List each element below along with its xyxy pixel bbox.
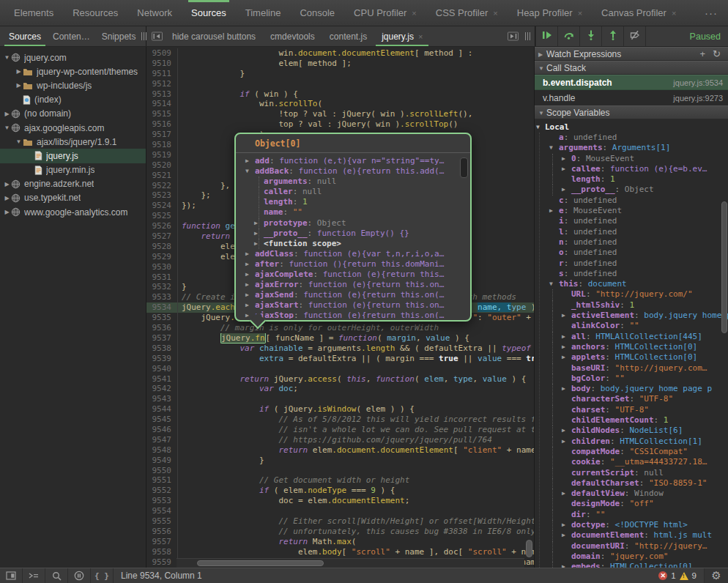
main-tab-elements[interactable]: Elements <box>4 0 63 26</box>
expanded-triangle-icon[interactable]: ▼ <box>549 279 553 289</box>
hide-navigator-icon[interactable] <box>152 26 163 46</box>
tree-item-jquery-wp-content-themes[interactable]: ▶jquery-wp-content/themes <box>0 64 146 78</box>
scope-variable-childnodes[interactable]: ▶childNodes: NodeList[6] <box>535 426 728 436</box>
scope-variable-o[interactable]: o: undefined <box>535 248 728 258</box>
collapsed-triangle-icon[interactable]: ▶ <box>562 311 565 321</box>
scope-variable-domain[interactable]: domain: "jquery.com" <box>535 552 728 562</box>
line-number[interactable]: 9543 <box>146 394 178 404</box>
popover-property-prototype[interactable]: ▶prototype: Object <box>236 218 460 229</box>
call-stack-frame-v-handle[interactable]: v.handlejquery.js:9273 <box>535 90 728 105</box>
editor-tab-cmdevtools[interactable]: cmdevtools <box>263 26 322 46</box>
collapsed-triangle-icon[interactable]: ▶ <box>562 154 565 164</box>
line-number[interactable]: 9540 <box>146 364 178 374</box>
scope-variable-embeds[interactable]: ▶embeds: HTMLCollection[0] <box>535 562 728 568</box>
line-number[interactable]: 9537 <box>146 333 178 344</box>
line-number[interactable]: 9528 <box>146 242 178 252</box>
scope-variable-bgcolor[interactable]: bgColor: "" <box>535 374 728 384</box>
editor-tab-content-js[interactable]: content.js <box>322 26 374 46</box>
pause-exceptions-icon[interactable] <box>68 568 91 583</box>
toolbar-overflow-icon[interactable]: ··· <box>694 0 728 26</box>
line-number[interactable]: 9516 <box>146 119 178 130</box>
vertical-scrollbar-thumb[interactable] <box>526 540 532 557</box>
line-number[interactable]: 9548 <box>146 445 178 456</box>
step-over-button[interactable] <box>558 26 580 46</box>
line-number[interactable]: 9535 <box>146 313 178 323</box>
scope-variable-r[interactable]: r: undefined <box>535 259 728 269</box>
line-number[interactable]: 9522 <box>146 181 178 191</box>
scope-variable-applets[interactable]: ▶applets: HTMLCollection[0] <box>535 352 728 363</box>
line-number[interactable]: 9515 <box>146 109 178 119</box>
expanded-triangle-icon[interactable]: ▼ <box>549 143 553 153</box>
line-number[interactable]: 9539 <box>146 354 178 364</box>
scope-variable-n[interactable]: n: undefined <box>535 237 728 248</box>
refresh-watch-icon[interactable]: ↻ <box>713 48 721 59</box>
collapsed-triangle-icon[interactable]: ▶ <box>562 489 565 499</box>
line-number[interactable]: 9557 <box>146 537 178 547</box>
scope-variable-proto[interactable]: ▶__proto__: Object <box>535 185 728 195</box>
line-number[interactable]: 9524 <box>146 201 178 211</box>
line-number[interactable]: 9530 <box>146 262 178 272</box>
scope-local-section[interactable]: ▼ Local <box>535 122 728 133</box>
collapsed-triangle-icon[interactable]: ▶ <box>245 156 249 166</box>
line-number[interactable]: 9542 <box>146 384 178 394</box>
navigator-tab-sources[interactable]: Sources <box>3 26 47 46</box>
scope-variable-cookie[interactable]: cookie: "__utma=44433727.18… <box>535 457 728 467</box>
scope-variable-c[interactable]: c: undefined <box>535 196 728 206</box>
line-number[interactable]: 9533 <box>146 292 178 302</box>
main-tab-resources[interactable]: Resources <box>63 0 127 26</box>
line-number[interactable]: 9512 <box>146 79 178 89</box>
scope-variable-all[interactable]: ▶all: HTMLAllCollection[445] <box>535 332 728 342</box>
line-number[interactable]: 9521 <box>146 171 178 181</box>
line-number[interactable]: 9552 <box>146 486 178 496</box>
close-icon[interactable]: × <box>493 9 497 18</box>
line-number[interactable]: 9513 <box>146 89 178 100</box>
main-tab-cpu-profiler[interactable]: CPU Profiler× <box>344 0 426 26</box>
navigator-tab-conten[interactable]: Conten… <box>47 26 96 46</box>
line-number[interactable]: 9520 <box>146 160 178 171</box>
popover-scrollbar-thumb[interactable] <box>460 157 468 178</box>
line-number[interactable]: 9550 <box>146 466 178 476</box>
add-watch-icon[interactable]: + <box>700 48 706 59</box>
collapsed-triangle-icon[interactable]: ▶ <box>245 290 249 300</box>
line-number[interactable]: 9529 <box>146 252 178 262</box>
scope-variable-anchors[interactable]: ▶anchors: HTMLCollection[0] <box>535 342 728 352</box>
line-number[interactable]: 9519 <box>146 150 178 160</box>
sidebar-scrollbar-thumb[interactable] <box>721 201 727 333</box>
collapsed-triangle-icon[interactable]: ▶ <box>254 239 258 249</box>
scope-variable-this[interactable]: ▼this: document <box>535 279 728 289</box>
line-number[interactable]: 9514 <box>146 99 178 109</box>
editor-tab-jquery-js[interactable]: jquery.js× <box>374 26 430 46</box>
scope-variable-documenturi[interactable]: documentURI: "http://jquery… <box>535 541 728 552</box>
settings-gear-icon[interactable]: ⚙ <box>704 568 728 583</box>
collapsed-triangle-icon[interactable]: ▶ <box>245 249 249 259</box>
main-tab-sources[interactable]: Sources <box>182 0 236 26</box>
popover-property-name[interactable]: name: "" <box>236 207 460 218</box>
line-number[interactable]: 9536 <box>146 323 178 333</box>
scope-variable-compatmode[interactable]: compatMode: "CSS1Compat" <box>535 447 728 457</box>
navigator-tab-snippets[interactable]: Snippets <box>96 26 142 46</box>
line-number[interactable]: 9538 <box>146 344 178 354</box>
horizontal-scrollbar[interactable] <box>177 558 524 568</box>
popover-property-proto[interactable]: ▶__proto__: function Empty() {} <box>236 229 460 239</box>
popover-property-arguments[interactable]: arguments: null <box>236 177 460 187</box>
expanded-triangle-icon[interactable]: ▼ <box>245 166 249 177</box>
close-icon[interactable]: × <box>412 9 416 18</box>
popover-property-ajaxstop[interactable]: ▶ajaxStop: function (e){return this.on(… <box>236 311 460 319</box>
dock-icon[interactable] <box>0 568 23 583</box>
scope-variable-designmode[interactable]: designMode: "off" <box>535 499 728 509</box>
collapsed-triangle-icon[interactable]: ▶ <box>562 384 565 394</box>
scope-variable-length[interactable]: length: 1 <box>535 174 728 185</box>
line-number[interactable]: 9518 <box>146 140 178 150</box>
scope-variable-a[interactable]: a: undefined <box>535 133 728 143</box>
scope-variable-e[interactable]: ▶e: MouseEvent <box>535 206 728 216</box>
watch-expressions-header[interactable]: ▶ Watch Expressions + ↻ <box>535 47 728 61</box>
scope-variable-body[interactable]: ▶body: body.jquery home page p <box>535 384 728 394</box>
horizontal-scrollbar-thumb[interactable] <box>197 560 324 566</box>
line-number[interactable]: 9526 <box>146 221 178 231</box>
collapsed-triangle-icon[interactable]: ▶ <box>562 562 565 568</box>
popover-property-function-scope[interactable]: ▶<function scope> <box>236 239 460 249</box>
main-tab-timeline[interactable]: Timeline <box>236 0 291 26</box>
line-number[interactable]: 9511 <box>146 69 178 79</box>
main-tab-console[interactable]: Console <box>290 0 344 26</box>
scope-variable-doctype[interactable]: ▶doctype: <!DOCTYPE html> <box>535 520 728 530</box>
